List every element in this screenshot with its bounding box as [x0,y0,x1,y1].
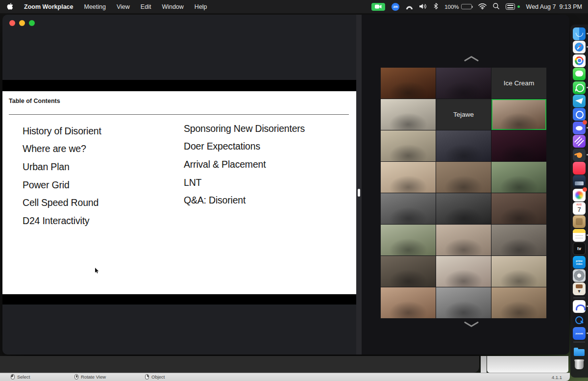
wifi-icon[interactable] [478,2,487,11]
discord-dock-icon[interactable] [573,122,586,134]
participant-video-tile[interactable] [491,287,546,318]
whatsapp-dock-icon[interactable] [573,81,586,94]
fullscreen-button[interactable] [29,20,35,26]
safari-dock-icon[interactable] [573,41,586,53]
screen-recording-camera-indicator[interactable] [371,3,385,11]
participant-video-tile[interactable] [381,68,436,99]
weather-dock-icon[interactable] [573,175,586,188]
photos-dock-icon[interactable] [573,189,586,202]
participant-video-tile[interactable] [381,99,436,130]
participant-silhouette [491,99,546,130]
notes-dock-icon[interactable] [573,229,586,242]
participant-video-tile[interactable] [491,256,546,287]
appletv-dock-icon[interactable]: tv [573,242,586,255]
participant-video-tile[interactable] [436,68,491,99]
shared-screen-scrollbar[interactable] [356,15,362,355]
settings-dock-icon[interactable] [573,269,586,282]
participant-video-tile[interactable] [381,130,436,161]
mouse-right-icon [145,374,149,380]
battery-percent: 100% [444,4,459,10]
messages-dock-icon[interactable] [573,68,586,80]
toc-item: Sponsoring New Disorienters [184,120,305,138]
unarchiver-dock-icon[interactable]: ▼ [573,282,586,295]
participant-silhouette [381,287,436,318]
participant-video-tile[interactable] [436,225,491,255]
toc-item: LNT [184,174,305,192]
trash-dock-icon[interactable] [573,358,586,371]
participant-silhouette [381,193,436,224]
finder-dock-icon[interactable] [573,27,586,40]
participant-video-tile[interactable] [381,193,436,224]
participant-silhouette [436,193,491,224]
toc-item: D24 Interactivity [23,212,101,230]
participant-video-tile[interactable] [381,287,436,318]
music-dock-icon[interactable] [573,162,586,175]
participant-video-tile[interactable] [491,162,546,193]
status-green-dot [517,5,520,8]
dock: AUG7tvprime video▼zoom [570,25,588,378]
affinity-dock-icon[interactable] [573,135,586,148]
participant-silhouette [436,225,491,255]
zoom-menubar-icon[interactable]: zm [392,3,399,11]
telegram-dock-icon[interactable] [573,95,586,107]
primevideo-dock-icon[interactable]: prime video [573,256,586,269]
toc-item: Arrival & Placement [184,155,305,174]
arc-menubar-icon[interactable] [406,2,413,11]
blender-dock-icon[interactable] [573,149,586,161]
toc-item: Q&A: Disorient [184,191,305,209]
scrollbar-thumb[interactable] [358,189,360,197]
participant-video-tile[interactable] [491,225,546,255]
volume-icon[interactable] [419,2,427,11]
arc-dock-icon[interactable] [573,300,586,313]
participant-video-tile[interactable] [491,193,546,224]
scroll-participants-up-button[interactable] [463,55,480,62]
window-controls [9,20,35,26]
mouse-left-icon [11,374,15,380]
participant-video-tile[interactable] [436,287,491,318]
slide-divider [9,114,349,115]
menu-item-meeting[interactable]: Meeting [84,3,105,10]
chrome-dock-icon[interactable] [573,54,586,67]
menu-app-name[interactable]: Zoom Workplace [24,3,73,10]
calendar-dock-icon[interactable]: AUG7 [573,202,586,215]
participant-name-tile[interactable]: Ice Cream [491,68,546,99]
participant-video-tile[interactable] [436,256,491,287]
toc-item: Power Grid [23,176,101,194]
participant-video-tile[interactable] [491,99,546,130]
control-center-icon[interactable] [506,3,515,10]
close-button[interactable] [9,20,15,26]
blender-hint-object: Object [145,374,165,380]
menu-item-window[interactable]: Window [162,3,183,10]
participant-silhouette [381,130,436,161]
discord-notification-badge [583,120,587,125]
participants-panel: Ice CreamTejawe [362,15,569,355]
blender-hint-label: Object [151,374,165,380]
menu-item-help[interactable]: Help [195,3,207,10]
signal-dock-icon[interactable] [573,108,586,121]
downloads-dock-icon[interactable] [573,345,586,357]
bluetooth-icon[interactable] [434,2,438,11]
minimize-button[interactable] [19,20,25,26]
menubar-clock[interactable]: Wed Aug 7 9:13 PM [526,3,582,10]
participant-video-tile[interactable] [381,225,436,255]
participant-name-tile[interactable]: Tejawe [436,99,491,130]
participant-video-tile[interactable] [381,162,436,193]
participant-silhouette [491,287,546,318]
scroll-participants-down-button[interactable] [463,321,480,328]
menu-item-edit[interactable]: Edit [141,3,151,10]
battery-indicator[interactable]: 100% [444,4,471,10]
toc-item: Cell Speed Round [23,194,101,212]
participant-silhouette [381,68,436,99]
toc-column-left: History of DisorientWhere are we?Urban P… [23,122,101,230]
zoom-dock-icon[interactable]: zoom [573,327,586,340]
participant-video-tile[interactable] [491,130,546,161]
participant-video-tile[interactable] [436,193,491,224]
spotlight-search-icon[interactable] [493,2,499,11]
apple-menu-icon[interactable] [7,3,13,10]
participant-video-tile[interactable] [381,256,436,287]
quicktime-dock-icon[interactable] [573,314,586,327]
menu-item-view[interactable]: View [117,3,130,10]
participant-video-tile[interactable] [436,130,491,161]
participant-video-tile[interactable] [436,162,491,193]
books-dock-icon[interactable] [573,215,586,228]
